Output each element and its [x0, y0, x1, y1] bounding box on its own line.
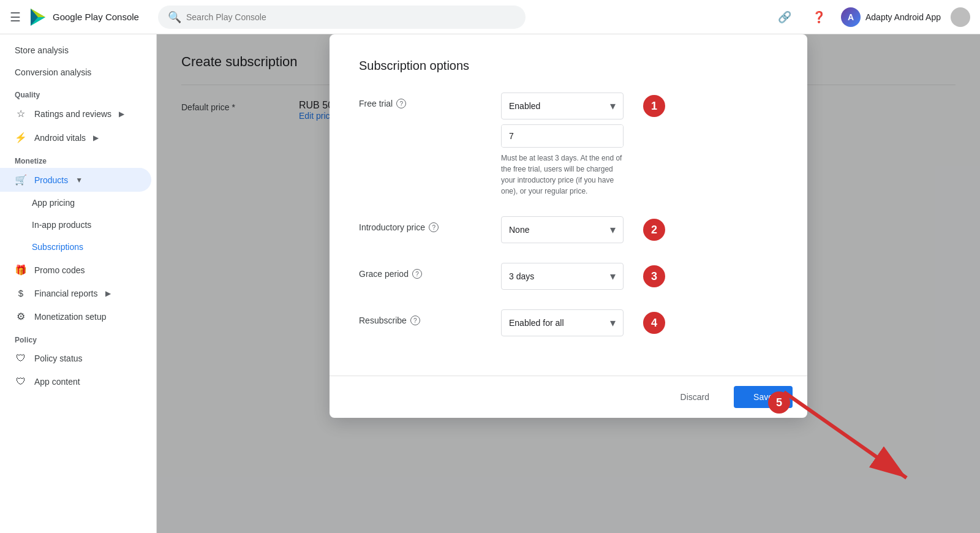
sidebar-label-policy-status: Policy status [34, 353, 83, 363]
badge-1: 1 [643, 95, 665, 117]
section-label-policy: Policy [0, 328, 156, 347]
user-avatar[interactable] [951, 7, 970, 27]
sidebar-item-subscriptions[interactable]: Subscriptions [0, 236, 151, 258]
app-content-icon: 🛡 [15, 376, 27, 387]
discard-button[interactable]: Discard [666, 386, 724, 408]
help-icon-button[interactable]: ❓ [807, 5, 831, 29]
introductory-price-chevron: ▾ [610, 223, 616, 236]
sidebar-item-store-analysis[interactable]: Store analysis [0, 39, 151, 61]
introductory-price-label-text: Introductory price [359, 222, 425, 232]
free-trial-input-row: days [501, 124, 624, 148]
logo-area: Google Play Console [28, 7, 151, 27]
grace-period-select[interactable]: 3 days ▾ [501, 263, 624, 290]
badge-5: 5 [768, 391, 790, 414]
sidebar-item-promo-codes[interactable]: 🎁 Promo codes [0, 258, 151, 282]
free-trial-label-text: Free trial [359, 99, 393, 108]
sidebar-item-monetization-setup[interactable]: ⚙ Monetization setup [0, 304, 151, 328]
sidebar-item-products[interactable]: 🛒 Products ▼ [0, 168, 151, 192]
grace-period-label-text: Grace period [359, 269, 409, 279]
policy-icon: 🛡 [15, 353, 27, 364]
sidebar-label-ratings-reviews: Ratings and reviews [34, 109, 111, 119]
top-right-actions: 🔗 ❓ A Adapty Android App [772, 5, 970, 29]
introductory-price-select[interactable]: None ▾ [501, 216, 624, 243]
free-trial-label: Free trial ? [359, 93, 481, 108]
sidebar-label-conversion-analysis: Conversion analysis [15, 67, 91, 77]
resubscribe-select-value: Enabled for all [509, 318, 564, 328]
free-trial-select[interactable]: Enabled ▾ [501, 93, 624, 119]
badge-4: 4 [643, 312, 665, 334]
sidebar-label-android-vitals: Android vitals [34, 133, 86, 143]
setup-icon: ⚙ [15, 311, 27, 322]
search-input[interactable] [186, 12, 516, 22]
sidebar-item-app-pricing[interactable]: App pricing [0, 192, 151, 214]
sidebar-item-in-app-products[interactable]: In-app products [0, 214, 151, 236]
introductory-price-label: Introductory price ? [359, 216, 481, 232]
sidebar-item-ratings-reviews[interactable]: ☆ Ratings and reviews ▶ [0, 102, 151, 126]
app-badge[interactable]: A Adapty Android App [841, 7, 941, 27]
star-icon: ☆ [15, 108, 27, 119]
resubscribe-help-icon[interactable]: ? [410, 316, 420, 325]
app-name-label: Adapty Android App [865, 12, 941, 22]
resubscribe-select[interactable]: Enabled for all ▾ [501, 309, 624, 336]
free-trial-chevron: ▾ [610, 99, 616, 113]
sidebar-label-products: Products [34, 175, 68, 185]
introductory-price-row: Introductory price ? None ▾ 2 [359, 216, 778, 243]
free-trial-days-input[interactable] [502, 125, 624, 147]
resubscribe-label-text: Resubscribe [359, 316, 407, 325]
badge-2: 2 [643, 219, 665, 241]
section-label-monetize: Monetize [0, 149, 156, 168]
hamburger-icon[interactable]: ☰ [10, 10, 21, 25]
introductory-price-help-icon[interactable]: ? [429, 222, 439, 232]
sidebar-label-promo-codes: Promo codes [34, 265, 85, 275]
modal-body: Subscription options Free trial ? Enable… [330, 34, 807, 371]
expand-icon-products: ▼ [75, 176, 83, 184]
expand-icon-financial: ▶ [105, 289, 111, 298]
free-trial-row: Free trial ? Enabled ▾ days Must be at l… [359, 93, 778, 197]
sidebar-label-monetization-setup: Monetization setup [34, 312, 107, 322]
sidebar-item-financial-reports[interactable]: $ Financial reports ▶ [0, 282, 151, 304]
modal-overlay: Subscription options Free trial ? Enable… [157, 34, 980, 533]
sidebar: Store analysis Conversion analysis Quali… [0, 34, 157, 533]
logo-text: Google Play Console [53, 12, 139, 22]
introductory-price-select-value: None [509, 225, 529, 235]
free-trial-hint: Must be at least 3 days. At the end of t… [501, 153, 624, 197]
sidebar-label-app-pricing: App pricing [32, 198, 75, 208]
promo-icon: 🎁 [15, 264, 27, 276]
badge-3: 3 [643, 265, 665, 287]
expand-icon-ratings: ▶ [119, 110, 124, 118]
sidebar-item-policy-status[interactable]: 🛡 Policy status [0, 347, 151, 370]
sidebar-label-store-analysis: Store analysis [15, 45, 69, 55]
financial-icon: $ [15, 288, 27, 298]
grace-period-chevron: ▾ [610, 270, 616, 283]
sidebar-item-app-content[interactable]: 🛡 App content [0, 370, 151, 393]
sidebar-label-financial-reports: Financial reports [34, 289, 98, 298]
app-badge-icon: A [841, 7, 861, 27]
free-trial-controls: Enabled ▾ days Must be at least 3 days. … [501, 93, 624, 197]
modal-title: Subscription options [359, 59, 778, 73]
search-icon: 🔍 [168, 10, 181, 24]
grace-period-select-value: 3 days [509, 271, 534, 281]
sidebar-label-in-app-products: In-app products [32, 220, 91, 230]
link-icon-button[interactable]: 🔗 [772, 5, 797, 29]
grace-period-row: Grace period ? 3 days ▾ 3 [359, 263, 778, 290]
resubscribe-label: Resubscribe ? [359, 309, 481, 325]
resubscribe-chevron: ▾ [610, 316, 616, 330]
search-bar[interactable]: 🔍 [158, 6, 526, 29]
free-trial-help-icon[interactable]: ? [396, 99, 406, 108]
top-bar: ☰ Google Play Console 🔍 🔗 ❓ A Adapty And… [0, 0, 980, 34]
grace-period-controls: 3 days ▾ [501, 263, 624, 290]
sidebar-item-conversion-analysis[interactable]: Conversion analysis [0, 61, 151, 83]
introductory-price-controls: None ▾ [501, 216, 624, 243]
subscription-options-modal: Subscription options Free trial ? Enable… [330, 34, 807, 418]
sidebar-label-subscriptions: Subscriptions [32, 242, 83, 252]
vitals-icon: ⚡ [15, 132, 27, 143]
products-icon: 🛒 [15, 174, 27, 186]
section-label-quality: Quality [0, 83, 156, 102]
grace-period-help-icon[interactable]: ? [412, 269, 422, 279]
logo-icon [28, 7, 48, 27]
expand-icon-vitals: ▶ [93, 134, 99, 142]
modal-footer: Discard Save [330, 376, 807, 418]
sidebar-item-android-vitals[interactable]: ⚡ Android vitals ▶ [0, 126, 151, 149]
free-trial-select-value: Enabled [509, 101, 540, 111]
resubscribe-controls: Enabled for all ▾ [501, 309, 624, 336]
